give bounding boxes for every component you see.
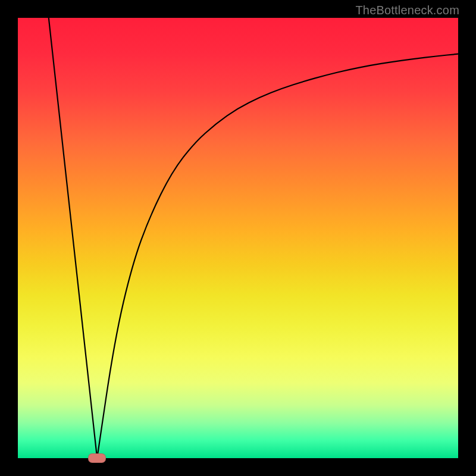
bottleneck-curve	[49, 18, 458, 458]
watermark-text: TheBottleneck.com	[355, 4, 459, 17]
plot-area	[18, 18, 458, 458]
chart-frame: TheBottleneck.com	[0, 0, 476, 476]
optimal-marker	[88, 453, 106, 463]
curve-layer	[18, 18, 458, 458]
